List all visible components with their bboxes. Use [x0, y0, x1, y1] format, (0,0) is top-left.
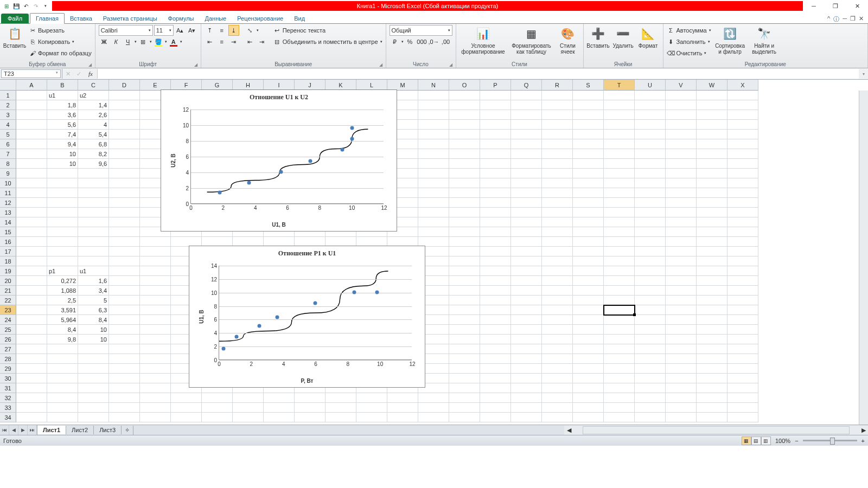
cell[interactable] — [697, 110, 727, 120]
number-format-combo[interactable]: Общий▾ — [390, 25, 452, 36]
row-header[interactable]: 13 — [0, 208, 16, 217]
cell[interactable] — [666, 256, 697, 266]
cell[interactable] — [480, 344, 511, 354]
cell[interactable] — [635, 354, 666, 364]
cell[interactable] — [604, 120, 635, 130]
cell[interactable] — [573, 325, 604, 335]
cell[interactable] — [140, 374, 171, 383]
cell[interactable] — [604, 276, 635, 286]
sheet-tab-3[interactable]: Лист3 — [94, 426, 122, 434]
cell[interactable] — [202, 393, 233, 403]
cell[interactable] — [511, 276, 542, 286]
cell[interactable]: 8,4 — [47, 325, 78, 335]
cell[interactable] — [16, 413, 47, 422]
cell[interactable] — [47, 169, 78, 178]
cell[interactable]: 4 — [78, 120, 109, 130]
col-header[interactable]: T — [604, 80, 635, 91]
cell[interactable] — [511, 344, 542, 354]
cell[interactable] — [16, 256, 47, 266]
cell[interactable] — [480, 374, 511, 383]
cell[interactable] — [480, 159, 511, 169]
cell[interactable] — [449, 198, 480, 208]
cell[interactable] — [511, 237, 542, 247]
cell[interactable] — [635, 149, 666, 159]
zoom-slider[interactable] — [803, 440, 857, 441]
cell[interactable] — [140, 364, 171, 374]
save-icon[interactable]: 💾 — [12, 2, 21, 10]
col-header[interactable]: D — [109, 80, 140, 91]
align-left-button[interactable]: ⇤ — [205, 36, 215, 47]
cell[interactable] — [109, 169, 140, 178]
cell[interactable] — [387, 393, 418, 403]
cell[interactable] — [418, 139, 449, 149]
cell[interactable] — [511, 413, 542, 422]
cell[interactable] — [78, 217, 109, 227]
cell[interactable] — [573, 276, 604, 286]
col-header[interactable]: K — [326, 80, 356, 91]
cell[interactable] — [480, 393, 511, 403]
cell[interactable] — [635, 208, 666, 217]
qat-dropdown-icon[interactable]: ▾ — [41, 2, 50, 10]
cell[interactable] — [542, 296, 573, 305]
cell[interactable]: 1,8 — [47, 100, 78, 110]
cell[interactable] — [202, 413, 233, 422]
col-header[interactable]: O — [449, 80, 480, 91]
cell[interactable] — [511, 159, 542, 169]
cell[interactable] — [666, 100, 697, 110]
cell[interactable] — [604, 178, 635, 188]
cell[interactable] — [109, 208, 140, 217]
cell[interactable] — [140, 247, 171, 256]
cell[interactable] — [449, 120, 480, 130]
cell[interactable] — [480, 100, 511, 110]
cell[interactable] — [109, 120, 140, 130]
cell[interactable] — [542, 403, 573, 413]
col-header[interactable]: L — [356, 80, 387, 91]
cell[interactable] — [573, 217, 604, 227]
cell[interactable]: 9,8 — [47, 335, 78, 344]
sheet-tab-1[interactable]: Лист1 — [37, 426, 66, 434]
page-break-button[interactable]: ▥ — [761, 436, 771, 445]
window-min-icon[interactable]: ─ — [843, 15, 847, 23]
cell[interactable] — [449, 354, 480, 364]
col-header[interactable]: A — [16, 80, 47, 91]
cell[interactable]: u1 — [78, 266, 109, 276]
cell[interactable] — [109, 159, 140, 169]
cell[interactable]: 10 — [47, 149, 78, 159]
cell[interactable] — [16, 130, 47, 139]
cut-button[interactable]: ✂Вырезать — [28, 25, 92, 36]
cell[interactable] — [449, 188, 480, 198]
orientation-button[interactable]: ⤡ — [245, 25, 256, 36]
cell[interactable] — [233, 393, 264, 403]
cell[interactable] — [109, 325, 140, 335]
cell[interactable]: u1 — [47, 91, 78, 100]
cell[interactable] — [511, 296, 542, 305]
cell[interactable] — [635, 110, 666, 120]
row-header[interactable]: 32 — [0, 393, 16, 403]
tab-layout[interactable]: Разметка страницы — [98, 14, 163, 23]
cell[interactable] — [635, 247, 666, 256]
cell[interactable] — [727, 364, 758, 374]
cell[interactable] — [697, 286, 727, 296]
cell[interactable] — [47, 247, 78, 256]
cell[interactable] — [697, 383, 727, 393]
cell[interactable] — [264, 393, 295, 403]
cell[interactable] — [727, 305, 758, 315]
cell[interactable] — [542, 276, 573, 286]
sheet-tab-2[interactable]: Лист2 — [66, 426, 94, 434]
cell[interactable] — [140, 335, 171, 344]
cell[interactable] — [727, 91, 758, 100]
cell[interactable] — [542, 110, 573, 120]
wrap-text-button[interactable]: ↩Перенос текста — [273, 25, 382, 36]
cell[interactable] — [264, 403, 295, 413]
cell[interactable]: 2,6 — [78, 110, 109, 120]
cell[interactable] — [480, 335, 511, 344]
cell[interactable] — [604, 383, 635, 393]
cell[interactable] — [511, 325, 542, 335]
cell[interactable] — [666, 393, 697, 403]
cell[interactable] — [666, 403, 697, 413]
cell[interactable] — [16, 266, 47, 276]
cell[interactable] — [78, 188, 109, 198]
cell[interactable] — [449, 91, 480, 100]
cell[interactable] — [542, 256, 573, 266]
row-header[interactable]: 11 — [0, 188, 16, 198]
